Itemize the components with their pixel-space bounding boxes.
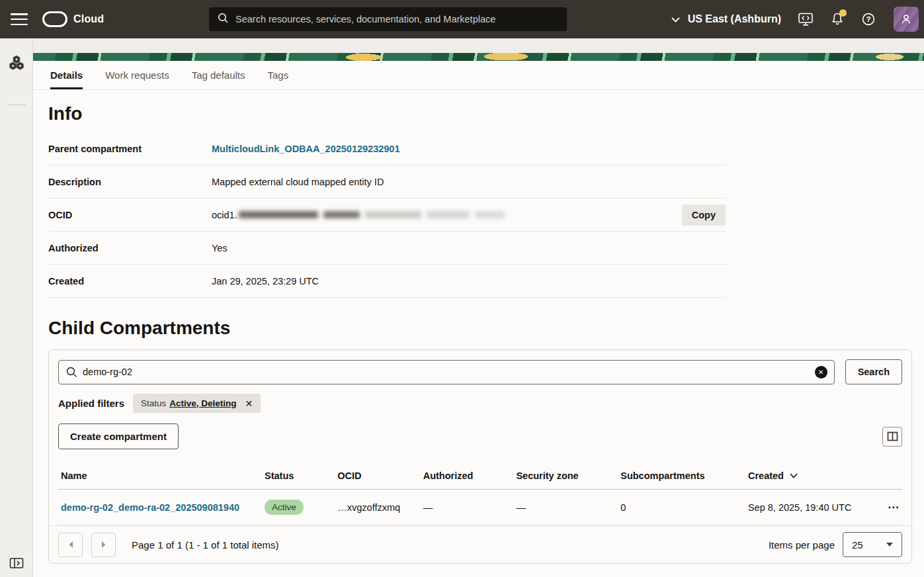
field-label: Parent compartment [48, 144, 212, 154]
chevron-down-icon [671, 13, 680, 25]
field-label: Description [48, 177, 212, 187]
help-icon: ? [861, 12, 876, 26]
field-ocid: OCID ocid1. Copy [48, 199, 726, 232]
child-compartments-title: Child Compartments [48, 318, 924, 339]
global-search-bar[interactable] [209, 7, 567, 31]
tab-tag-defaults[interactable]: Tag defaults [192, 61, 245, 89]
tab-details[interactable]: Details [50, 61, 83, 89]
items-per-page-control: Items per page 25 [769, 532, 902, 557]
user-avatar[interactable] [894, 7, 919, 32]
previous-page-button[interactable] [58, 533, 83, 557]
col-header-actions [875, 464, 902, 490]
field-description: Description Mapped external cloud mapped… [48, 165, 726, 199]
info-fields: Parent compartment MulticloudLink_ODBAA_… [48, 132, 726, 298]
description-value: Mapped external cloud mapped entity ID [212, 177, 726, 187]
chevron-left-icon [67, 541, 74, 549]
col-header-authorized[interactable]: Authorized [421, 464, 514, 490]
status-filter-pill: Status Active, Deleting ✕ [133, 394, 261, 413]
applied-filters-row: Applied filters Status Active, Deleting … [58, 394, 902, 413]
main-content: Details Work requests Tag defaults Tags … [33, 61, 924, 577]
columns-icon [887, 431, 898, 441]
compartments-table: Name Status OCID Authorized Security zon… [58, 464, 902, 525]
compartment-banner-image [33, 53, 924, 61]
field-created: Created Jan 29, 2025, 23:29 UTC [48, 265, 726, 298]
items-per-page-value: 25 [852, 539, 863, 551]
col-header-status[interactable]: Status [262, 464, 335, 490]
brand-label: Cloud [73, 13, 104, 25]
brand-logo[interactable]: Cloud [42, 11, 104, 27]
remove-filter-button[interactable]: ✕ [245, 399, 253, 408]
field-parent-compartment: Parent compartment MulticloudLink_ODBAA_… [48, 132, 726, 165]
row-subcompartments: 0 [618, 490, 745, 525]
search-button[interactable]: Search [845, 359, 902, 384]
authorized-value: Yes [212, 243, 726, 253]
col-header-security-zone[interactable]: Security zone [513, 464, 618, 490]
sidebar-divider [7, 105, 26, 105]
notification-dot [839, 9, 847, 17]
oracle-logo-icon [42, 11, 67, 27]
help-button[interactable]: ? [861, 12, 876, 26]
notifications-button[interactable] [830, 12, 845, 26]
items-per-page-select[interactable]: 25 [843, 532, 902, 557]
search-icon [217, 12, 229, 26]
table-header-row: Name Status OCID Authorized Security zon… [58, 464, 902, 490]
top-navigation-bar: Cloud US East (Ashburn) [0, 0, 924, 38]
ocid-redacted-blur [239, 211, 505, 218]
col-header-ocid[interactable]: OCID [335, 464, 420, 490]
hexagon-cluster-icon [8, 54, 25, 71]
field-label: Created [48, 276, 212, 287]
sort-chevron-down-icon [790, 473, 798, 478]
services-nav-button[interactable] [0, 54, 33, 71]
region-label: US East (Ashburn) [688, 13, 781, 25]
hamburger-menu-icon[interactable] [11, 13, 28, 25]
row-security-zone: — [513, 490, 618, 525]
next-page-button[interactable] [91, 533, 116, 557]
tab-work-requests[interactable]: Work requests [105, 61, 169, 89]
compartment-search-row: ✕ Search [58, 359, 902, 384]
svg-text:?: ? [866, 15, 870, 23]
row-actions-menu-button[interactable]: ⋯ [888, 500, 900, 514]
parent-compartment-link[interactable]: MulticloudLink_ODBAA_20250129232901 [212, 144, 400, 154]
pagination-bar: Page 1 of 1 (1 - 1 of 1 total items) Ite… [49, 525, 911, 563]
person-icon [900, 13, 913, 26]
items-per-page-label: Items per page [769, 539, 835, 551]
filter-values-link[interactable]: Active, Deleting [169, 398, 236, 408]
row-authorized: — [421, 490, 514, 525]
clear-search-button[interactable]: ✕ [815, 366, 827, 378]
topbar-right-cluster: US East (Ashburn) ? [671, 0, 924, 38]
tab-tags[interactable]: Tags [268, 61, 289, 89]
row-created: Sep 8, 2025, 19:40 UTC [745, 490, 875, 525]
table-actions-row: Create compartment [58, 423, 902, 449]
compartment-search-box: ✕ [58, 360, 835, 384]
status-badge: Active [265, 500, 304, 515]
manage-columns-button[interactable] [882, 427, 902, 447]
global-search-input[interactable] [235, 14, 559, 24]
expand-panel-button[interactable] [0, 556, 33, 570]
panel-expand-icon [9, 556, 24, 570]
table-row: demo-rg-02_demo-ra-02_202509081940 Activ… [58, 490, 902, 525]
create-compartment-button[interactable]: Create compartment [58, 423, 179, 449]
page-background-strip [33, 38, 924, 53]
filter-name: Status [141, 398, 166, 408]
search-icon [65, 366, 78, 381]
left-sidebar [0, 38, 33, 577]
ocid-prefix: ocid1. [212, 210, 237, 220]
dropdown-caret-icon [886, 543, 893, 547]
copy-ocid-button[interactable]: Copy [682, 204, 726, 226]
compartment-name-link[interactable]: demo-rg-02_demo-ra-02_202509081940 [61, 502, 239, 513]
chevron-right-icon [101, 541, 107, 549]
col-header-subcompartments[interactable]: Subcompartments [618, 464, 745, 490]
region-selector[interactable]: US East (Ashburn) [671, 13, 781, 25]
col-header-name[interactable]: Name [58, 464, 262, 490]
child-compartments-card: ✕ Search Applied filters Status Active, … [48, 349, 912, 564]
row-ocid: …xvgzoffzxmq [335, 490, 420, 525]
applied-filters-label: Applied filters [58, 398, 124, 409]
created-value: Jan 29, 2025, 23:29 UTC [212, 276, 726, 287]
cloud-shell-button[interactable] [798, 13, 814, 26]
field-label: Authorized [48, 243, 212, 253]
console-monitor-icon [798, 13, 814, 26]
compartment-search-input[interactable] [58, 360, 835, 384]
col-header-created[interactable]: Created [745, 464, 875, 490]
info-section-title: Info [48, 103, 924, 124]
detail-tabs: Details Work requests Tag defaults Tags [33, 61, 924, 90]
